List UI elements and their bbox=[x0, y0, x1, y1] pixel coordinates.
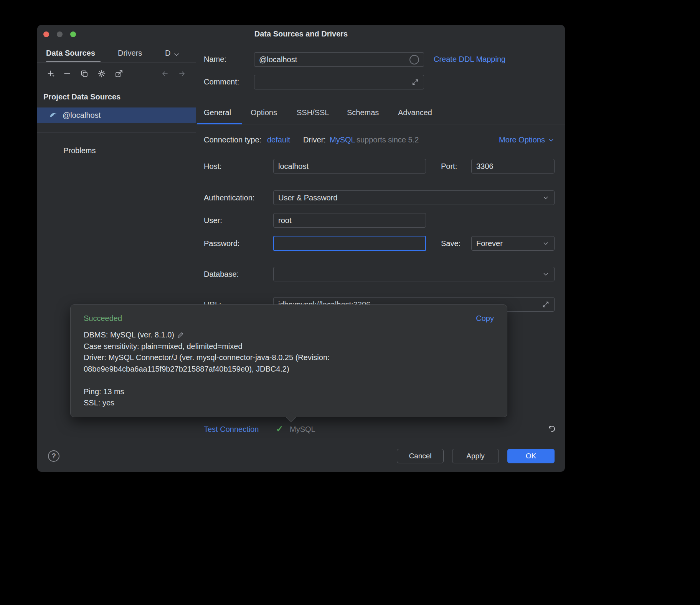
tab-advanced[interactable]: Advanced bbox=[398, 108, 432, 117]
password-input[interactable] bbox=[273, 236, 426, 251]
tab-drivers[interactable]: Drivers bbox=[118, 49, 142, 58]
back-button[interactable] bbox=[161, 69, 169, 78]
apply-button[interactable]: Apply bbox=[452, 449, 499, 463]
status-succeeded: Succeeded bbox=[84, 314, 122, 323]
result-line-driver-2: 08be9e9b4cba6aa115f9b27b215887af40b159e0… bbox=[84, 364, 494, 375]
user-input[interactable]: root bbox=[273, 213, 426, 228]
result-line-ping: Ping: 13 ms bbox=[84, 386, 494, 398]
chevron-down-icon bbox=[542, 270, 550, 278]
name-label: Name: bbox=[204, 55, 226, 64]
port-value: 3306 bbox=[476, 162, 550, 171]
footer-divider bbox=[37, 440, 565, 440]
ok-button[interactable]: OK bbox=[507, 449, 555, 463]
result-line-case: Case sensitivity: plain=mixed, delimited… bbox=[84, 341, 494, 352]
result-line-driver-1: Driver: MySQL Connector/J (ver. mysql-co… bbox=[84, 352, 494, 364]
duplicate-button[interactable] bbox=[80, 69, 89, 78]
name-input[interactable]: @localhost bbox=[254, 52, 424, 67]
connection-type-value-link[interactable]: default bbox=[267, 136, 290, 144]
host-label: Host: bbox=[204, 162, 222, 171]
more-options-link[interactable]: More Options bbox=[499, 136, 555, 144]
progress-ring-icon bbox=[409, 55, 419, 64]
create-ddl-mapping-link[interactable]: Create DDL Mapping bbox=[434, 55, 505, 64]
more-options-label: More Options bbox=[499, 136, 545, 144]
host-value: localhost bbox=[278, 162, 421, 171]
name-value: @localhost bbox=[259, 55, 409, 64]
revert-undo-button[interactable] bbox=[547, 425, 556, 433]
cancel-button[interactable]: Cancel bbox=[397, 449, 444, 463]
window-title: Data Sources and Drivers bbox=[37, 30, 565, 38]
comment-label: Comment: bbox=[204, 78, 239, 86]
driver-label: Driver: bbox=[303, 136, 326, 144]
data-source-item-label: @localhost bbox=[63, 111, 101, 120]
authentication-select[interactable]: User & Password bbox=[273, 190, 555, 205]
database-select[interactable] bbox=[273, 267, 555, 281]
expand-icon[interactable] bbox=[411, 78, 419, 86]
database-label: Database: bbox=[204, 270, 239, 279]
chevron-down-icon bbox=[542, 240, 550, 247]
test-connection-link[interactable]: Test Connection bbox=[204, 425, 259, 434]
driver-name-label: MySQL bbox=[290, 425, 315, 434]
data-sources-dialog: Data Sources and Drivers Data Sources Dr… bbox=[37, 25, 565, 472]
comment-input[interactable] bbox=[254, 75, 424, 89]
settings-gear-icon[interactable] bbox=[97, 69, 106, 78]
driver-note: supports since 5.2 bbox=[357, 136, 419, 144]
host-input[interactable]: localhost bbox=[273, 159, 426, 174]
port-label: Port: bbox=[441, 162, 457, 171]
connection-type-label: Connection type: bbox=[204, 136, 261, 144]
copy-link[interactable]: Copy bbox=[476, 314, 494, 323]
project-data-sources-header: Project Data Sources bbox=[43, 93, 121, 101]
success-check-icon: ✓ bbox=[276, 424, 283, 434]
add-button[interactable] bbox=[47, 69, 55, 78]
data-source-item-localhost[interactable]: @localhost bbox=[37, 107, 196, 123]
forward-button[interactable] bbox=[178, 69, 186, 78]
tab-schemas[interactable]: Schemas bbox=[347, 108, 379, 117]
tab-options[interactable]: Options bbox=[251, 108, 277, 117]
user-label: User: bbox=[204, 216, 222, 225]
driver-value-link[interactable]: MySQL bbox=[330, 136, 355, 144]
port-input[interactable]: 3306 bbox=[471, 159, 555, 174]
save-value: Forever bbox=[476, 239, 542, 248]
password-label: Password: bbox=[204, 239, 239, 248]
test-connection-result-popup: Succeeded Copy DBMS: MySQL (ver. 8.1.0) … bbox=[70, 304, 507, 417]
chevron-down-icon bbox=[547, 136, 555, 144]
mysql-dolphin-icon bbox=[49, 111, 58, 120]
authentication-value: User & Password bbox=[278, 193, 542, 202]
result-details: DBMS: MySQL (ver. 8.1.0) Case sensitivit… bbox=[84, 329, 494, 409]
result-line-blank bbox=[84, 375, 494, 386]
remove-button[interactable] bbox=[63, 69, 71, 78]
chevron-down-icon[interactable] bbox=[172, 50, 181, 59]
user-value: root bbox=[278, 216, 421, 225]
authentication-label: Authentication: bbox=[204, 193, 254, 202]
export-button[interactable] bbox=[115, 69, 123, 78]
tabs-divider bbox=[196, 124, 565, 124]
tab-general[interactable]: General bbox=[204, 108, 231, 117]
edit-pencil-icon[interactable] bbox=[177, 331, 184, 339]
tab-data-sources[interactable]: Data Sources bbox=[46, 49, 95, 58]
save-select[interactable]: Forever bbox=[471, 236, 555, 251]
sidebar-tabs-divider bbox=[37, 62, 196, 63]
active-tab-underline bbox=[197, 123, 242, 124]
result-line-ssl: SSL: yes bbox=[84, 397, 494, 409]
help-button[interactable]: ? bbox=[48, 450, 59, 462]
tab-overflow[interactable]: D bbox=[165, 49, 170, 58]
result-line-dbms: DBMS: MySQL (ver. 8.1.0) bbox=[84, 329, 494, 341]
problems-node[interactable]: Problems bbox=[63, 146, 96, 155]
save-label: Save: bbox=[441, 239, 461, 248]
expand-icon[interactable] bbox=[542, 301, 550, 308]
chevron-down-icon bbox=[542, 194, 550, 202]
popup-tail bbox=[286, 412, 296, 422]
sidebar-divider bbox=[37, 132, 196, 133]
tab-ssh-ssl[interactable]: SSH/SSL bbox=[297, 108, 329, 117]
